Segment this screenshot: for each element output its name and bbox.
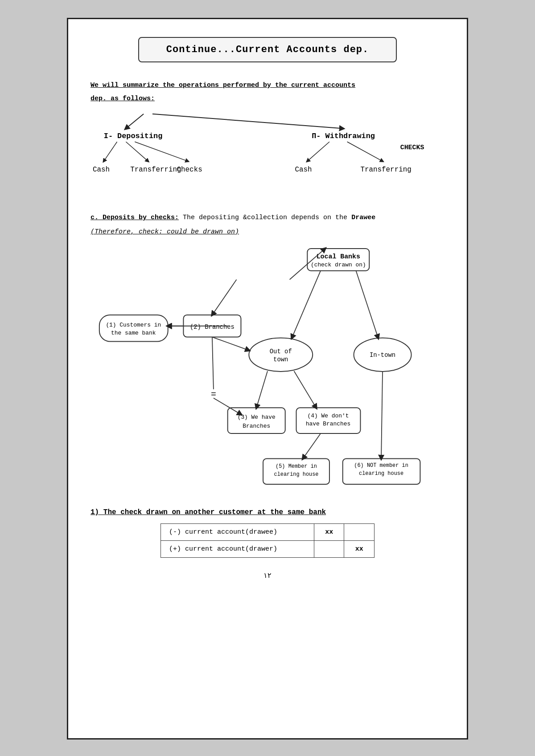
main-flowchart: Local Banks (check drawn on) (1) Custome…: [91, 241, 444, 499]
svg-text:(6) NOT member in: (6) NOT member in: [354, 462, 408, 469]
svg-text:have Branches: have Branches: [306, 421, 351, 427]
svg-line-6: [126, 142, 148, 161]
desc-c-prefix: c. Deposits by checks:: [91, 214, 179, 221]
page-number: ١٢: [91, 571, 444, 580]
page-title: Continue...Current Accounts dep.: [138, 37, 397, 62]
table-cell-val1a: xx: [314, 523, 344, 540]
desc-c: c. Deposits by checks: The depositing &c…: [91, 212, 444, 224]
svg-text:Out of: Out of: [270, 348, 292, 355]
table-row: (+) current account(drawer) xx: [161, 540, 374, 557]
section1-heading: 1) The check drawn on another customer a…: [91, 508, 444, 516]
svg-text:(2) Branches: (2) Branches: [190, 323, 235, 330]
svg-text:clearing house: clearing house: [274, 471, 318, 478]
svg-text:(5) Member in: (5) Member in: [276, 463, 317, 470]
intro-line2: dep. as follows:: [91, 94, 444, 104]
svg-line-5: [104, 142, 117, 161]
svg-line-9: [347, 142, 383, 161]
drawn-on-note: (Therefore, check: could be drawn on): [91, 228, 444, 236]
svg-text:Local Banks: Local Banks: [317, 253, 360, 260]
table-cell-val2a: [314, 540, 344, 557]
svg-line-1: [152, 114, 343, 129]
page: Continue...Current Accounts dep. We will…: [67, 18, 468, 740]
svg-line-47: [212, 279, 237, 315]
svg-line-53: [303, 433, 321, 458]
svg-text:Branches: Branches: [243, 423, 270, 429]
svg-line-43: [292, 270, 321, 338]
svg-line-56: [212, 337, 214, 389]
svg-line-46: [241, 315, 245, 316]
svg-line-44: [356, 270, 379, 338]
svg-text:In-town: In-town: [370, 351, 395, 359]
svg-line-49: [212, 337, 249, 350]
desc-c-text: The depositing &collection depends on th…: [183, 214, 351, 221]
table-cell-label1: (-) current account(drawee): [161, 523, 314, 540]
svg-text:Π- Withdrawing: Π- Withdrawing: [312, 132, 375, 140]
svg-text:Cash: Cash: [93, 166, 110, 174]
svg-text:(3) We have: (3) We have: [238, 414, 276, 421]
svg-line-51: [256, 371, 268, 407]
svg-text:CHECKS: CHECKS: [400, 144, 424, 151]
svg-text:=: =: [211, 389, 216, 399]
svg-text:clearing house: clearing house: [359, 470, 403, 477]
svg-text:Cash: Cash: [295, 166, 312, 174]
svg-text:Checks: Checks: [177, 166, 202, 174]
svg-text:(check drawn on): (check drawn on): [311, 261, 366, 268]
desc-c-bold: Drawee: [351, 214, 375, 221]
svg-line-7: [135, 142, 188, 161]
svg-text:Transferring: Transferring: [130, 166, 181, 174]
svg-line-0: [126, 114, 144, 129]
svg-line-54: [381, 371, 383, 458]
svg-text:(4) We don't: (4) We don't: [308, 413, 349, 419]
svg-text:Transferring: Transferring: [360, 166, 411, 174]
svg-text:the same bank: the same bank: [111, 329, 156, 336]
svg-text:town: town: [273, 356, 288, 363]
table-cell-val2b: xx: [344, 540, 374, 557]
table-cell-val1b: [344, 523, 374, 540]
svg-line-52: [294, 371, 317, 407]
intro-line1: We will summarize the operations perform…: [91, 80, 444, 91]
top-flow-diagram: I- Depositing Π- Withdrawing CHECKS Cash…: [91, 107, 444, 205]
table-row: (-) current account(drawee) xx: [161, 523, 374, 540]
svg-line-8: [307, 142, 329, 161]
table-cell-label2: (+) current account(drawer): [161, 540, 314, 557]
account-table: (-) current account(drawee) xx (+) curre…: [160, 523, 374, 558]
svg-text:(1) Customers in: (1) Customers in: [106, 321, 161, 328]
svg-text:I- Depositing: I- Depositing: [104, 132, 163, 140]
